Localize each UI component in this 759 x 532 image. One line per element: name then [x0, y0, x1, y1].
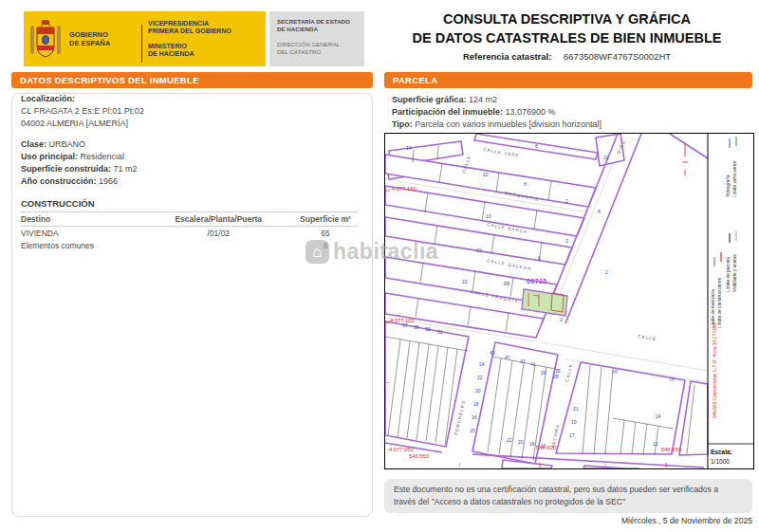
map-label-num: 15: [470, 428, 475, 433]
map-svg: CALLECALLE JOSEBERGANTINCALLE BARCACALLE…: [385, 134, 753, 468]
field-ano-construccion: Año construcción: 1966: [21, 175, 362, 188]
map-label-num: 41: [530, 361, 536, 367]
cadastral-document-page: GOBIERNO DE ESPAÑA VICEPRESIDENCIA PRIME…: [0, 0, 759, 532]
map-label-num: 20: [475, 388, 481, 394]
legend-label-hidrografia: Hidrografía: [726, 174, 731, 197]
map-label-street: CALLE: [565, 363, 573, 383]
map-label-num: 26: [541, 370, 546, 376]
field-uso-principal: Uso principal: Residencial: [21, 151, 362, 163]
map-label-num: 8: [598, 209, 601, 214]
map-label-num: 43: [520, 358, 526, 364]
map-label-num: 20: [518, 439, 524, 445]
cadastral-reference: Referencia catastral: 6673508WF4767S0002…: [380, 51, 754, 62]
map-label-num: 24: [656, 413, 661, 419]
map-label-num: 22: [477, 375, 483, 380]
section-header-parcela: PARCELA: [384, 72, 752, 88]
left-panel-content: Localización: CL FRAGATA 2 Es:E Pl:01 Pt…: [21, 93, 362, 251]
field-tipo: Tipo: Parcela con varios inmuebles [divi…: [392, 119, 752, 131]
title-line2: DE DATOS CATASTRALES DE BIEN INMUEBLE: [380, 28, 754, 47]
field-superficie-grafica: Superficie gráfica: 124 m2: [392, 94, 752, 106]
map-label-num: 18: [473, 401, 479, 407]
scale-value: 1/1000: [711, 458, 730, 465]
spain-coat-of-arms-icon: [24, 11, 67, 66]
logo-gobierno-text: GOBIERNO DE ESPAÑA: [67, 30, 138, 47]
table-row: Elementos comunes 6: [21, 239, 359, 251]
col-superficie: Superficie m²: [292, 212, 359, 227]
highlighted-parcel: [522, 289, 567, 316]
map-label-red: -4.077.150: [390, 186, 417, 192]
map-label-num: 18: [529, 441, 535, 447]
map-label-num: 10: [486, 213, 491, 219]
map-label-num: 47: [505, 355, 510, 360]
map-label-num: 12: [653, 441, 658, 447]
cadastral-map: CALLECALLE JOSEBERGANTINCALLE BARCACALLE…: [384, 133, 754, 469]
logo-secretary-block: SECRETARÍA DE ESTADO DE HACIENDA DIRECCI…: [269, 11, 364, 66]
map-label-num: 2: [565, 198, 568, 204]
legend-label-parcela: Límite de parcela: [726, 257, 731, 292]
reference-label: Referencia catastral:: [463, 51, 551, 62]
map-label-num: 28: [553, 374, 559, 379]
logo-yellow-block: GOBIERNO DE ESPAÑA VICEPRESIDENCIA PRIME…: [24, 11, 266, 66]
document-title: CONSULTA DESCRIPTIVA Y GRÁFICA DE DATOS …: [380, 9, 754, 62]
map-label-street: CALLE GALEON: [487, 258, 532, 271]
map-label-num: 8: [524, 181, 527, 187]
logo-ministry-text: VICEPRESIDENCIA PRIMERA DEL GOBIERNO MIN…: [148, 20, 266, 59]
logo-divider: [141, 25, 142, 63]
legend-label-zona-verde: Límite zona verde: [732, 161, 737, 197]
map-label-num: 2: [605, 269, 608, 275]
disclaimer-line1: Este documento no es una certificación c…: [394, 484, 743, 496]
map-label-red: 546.600: [536, 445, 556, 450]
map-label-num: 10: [483, 172, 489, 177]
map-label-street: PERCHELES: [454, 399, 466, 435]
title-line1: CONSULTA DESCRIPTIVA Y GRÁFICA: [380, 9, 754, 28]
legend-label-construcciones: Límite de construcciones: [717, 277, 722, 328]
map-label-num: 16: [472, 414, 477, 420]
map-label-num: 49: [490, 350, 495, 356]
col-escalera: Escalera/Planta/Puerta: [145, 212, 292, 227]
localizacion-label: Localización:: [21, 93, 362, 105]
table-row: VIVIENDA /01/02 65: [21, 227, 359, 240]
map-label-num: 19: [571, 419, 577, 425]
map-label-num: 8: [535, 143, 538, 149]
construccion-header-row: Destino Escalera/Planta/Puerta Superfici…: [21, 212, 359, 227]
map-label-purple: 66735: [527, 278, 546, 284]
reference-value: 6673508WF4767S0002HT: [564, 51, 671, 62]
field-participacion: Participación del inmueble: 13,076900 %: [392, 106, 752, 119]
map-label-red: 546.550: [409, 453, 429, 459]
section-header-datos-descriptivos: DATOS DESCRIPTIVOS DEL INMUEBLE: [11, 72, 373, 88]
map-label-num: 22: [507, 437, 512, 443]
scale-label: Escala:: [711, 449, 732, 455]
map-label-street: CALLE JOSE: [483, 147, 520, 158]
map-label-num: 2: [565, 238, 568, 244]
map-label-num: 6: [538, 255, 541, 261]
map-label-num: 53: [425, 326, 431, 332]
map-label-num: 14: [406, 145, 412, 151]
map-legend: Límite de manzana Límite de construccion…: [708, 134, 753, 468]
map-label-num: 10: [476, 248, 482, 253]
map-label-num: 10: [462, 279, 468, 284]
construccion-title: CONSTRUCCIÓN: [21, 198, 362, 209]
map-label-num: 17: [569, 432, 575, 438]
map-label-num: 55: [414, 324, 419, 330]
map-label-black: 09: [504, 281, 509, 286]
address-line2: 04002 ALMERIA [ALMERÍA]: [21, 118, 362, 130]
field-clase: Clase: URBANO: [21, 138, 362, 151]
col-destino: Destino: [21, 212, 145, 227]
map-label-red: -4.077.100: [388, 318, 415, 323]
map-label-street: CALLE: [638, 334, 657, 341]
disclaimer-line2: través del "Acceso a datos catastrales n…: [394, 496, 743, 508]
map-label-num: 11: [603, 155, 608, 160]
disclaimer-note: Este documento no es una certificación c…: [384, 479, 752, 513]
legend-utm-note: 546.650 Coordenadas U.T.M. Huso 30 ETRS8…: [713, 321, 717, 418]
legend-label-mobiliario: Mobiliario y aceras: [732, 253, 737, 292]
map-label-num: 21: [573, 406, 579, 412]
document-date: Miércoles , 5 de Noviembre de 2025: [621, 516, 752, 525]
field-superficie-construida: Superficie construida: 71 m2: [21, 163, 362, 175]
government-logo: GOBIERNO DE ESPAÑA VICEPRESIDENCIA PRIME…: [24, 11, 364, 66]
map-label-num: 24: [479, 361, 485, 367]
address-line1: CL FRAGATA 2 Es:E Pl:01 Pt:02: [21, 105, 362, 118]
map-label-red: -4.077.050: [387, 447, 414, 452]
map-label-red: 546.650: [661, 447, 681, 452]
parcela-fields: Superficie gráfica: 124 m2 Participación…: [392, 94, 752, 131]
map-label-num: 2: [560, 317, 563, 322]
